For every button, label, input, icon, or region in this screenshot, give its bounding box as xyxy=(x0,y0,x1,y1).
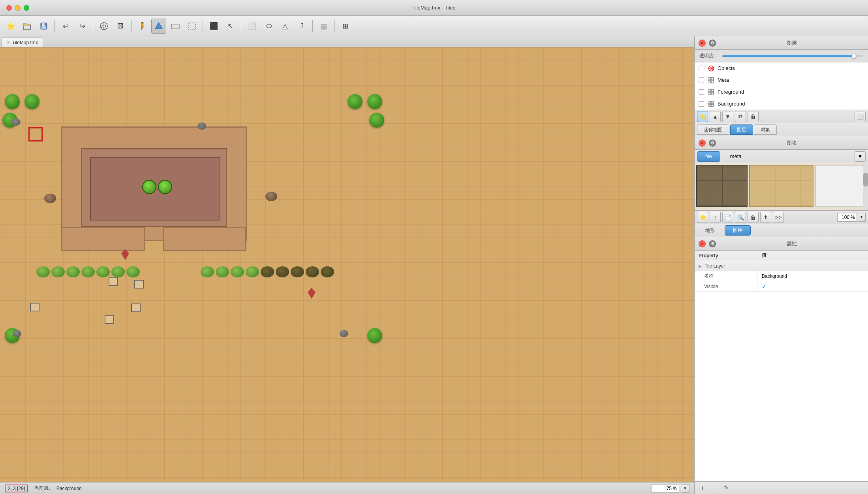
layer-icon-background xyxy=(707,100,714,107)
triangle-button[interactable]: △ xyxy=(278,19,293,34)
svg-rect-9 xyxy=(171,24,179,29)
minimize-button[interactable] xyxy=(15,5,21,11)
add-layer-btn[interactable]: ⭐ xyxy=(697,111,708,122)
tile-palette-scrollbar[interactable] xyxy=(863,163,868,210)
building-ext-left xyxy=(61,227,145,251)
tile-zoom-dropdown[interactable]: ▼ xyxy=(858,213,866,222)
props-val-name[interactable]: Background xyxy=(758,273,868,279)
layer-item-background[interactable]: Background xyxy=(695,98,868,110)
add-property-btn[interactable]: + xyxy=(698,483,707,493)
svg-rect-12 xyxy=(711,77,714,80)
coords-display: 2, 3 [29] xyxy=(5,485,28,492)
layer-checkbox-meta[interactable] xyxy=(699,77,704,83)
edit-property-btn[interactable]: ✎ xyxy=(721,483,731,493)
building-ext-right xyxy=(163,227,246,251)
props-group-row[interactable]: ▶ Tile Layer xyxy=(695,261,868,271)
sub-tab-minimap[interactable]: 迷你地图 xyxy=(697,124,729,135)
layer-item-objects[interactable]: 🎯 Objects xyxy=(695,62,868,74)
select-rect-button[interactable] xyxy=(184,19,199,34)
insert-button[interactable]: ▦ xyxy=(316,19,331,34)
tile-add-btn[interactable]: ⭐ xyxy=(697,212,708,223)
layer-checkbox-foreground[interactable] xyxy=(699,89,704,95)
opacity-slider[interactable] xyxy=(722,55,863,57)
save-button[interactable] xyxy=(36,19,51,34)
terrain-tab[interactable]: 地形 xyxy=(697,225,723,236)
tileset-button[interactable]: ⊞ xyxy=(338,19,353,34)
layer-checkbox-background[interactable] xyxy=(699,101,704,107)
layers-close-btn[interactable]: ✕ xyxy=(699,40,706,47)
layers-gear-btn[interactable]: ⚙ xyxy=(709,40,716,47)
open-button[interactable] xyxy=(20,19,35,34)
tile-search-btn[interactable]: 🔍 xyxy=(735,212,746,223)
tile-tab-tile[interactable]: tile xyxy=(697,151,720,162)
tile-zoom-input[interactable] xyxy=(837,213,857,222)
layer-properties-btn[interactable]: ⬜ xyxy=(855,111,866,122)
close-button[interactable] xyxy=(6,5,12,11)
new-button[interactable]: ⭐ xyxy=(3,19,18,34)
svg-text:↙: ↙ xyxy=(101,26,103,28)
tile-export2-btn[interactable]: ⬆ xyxy=(760,212,771,223)
move-layer-up-btn[interactable]: ▲ xyxy=(710,111,721,122)
move-layer-down-btn[interactable]: ▼ xyxy=(722,111,733,122)
props-val-visible[interactable]: ✓ xyxy=(758,283,868,290)
svg-rect-14 xyxy=(711,81,714,83)
svg-rect-22 xyxy=(711,104,714,107)
paint-button[interactable] xyxy=(151,19,166,34)
tiles-gear-btn[interactable]: ⚙ xyxy=(709,140,716,147)
tile-tab-dropdown[interactable]: ▼ xyxy=(855,151,866,162)
tiles-close-btn[interactable]: ✕ xyxy=(699,140,706,147)
svg-rect-15 xyxy=(708,89,710,92)
editor-pane: ✕ TileMap.tmx xyxy=(0,36,694,494)
duplicate-layer-btn[interactable]: ⧉ xyxy=(735,111,746,122)
opacity-row[interactable]: 透明度: xyxy=(695,50,868,62)
randomize-button[interactable]: ↙ xyxy=(96,19,111,34)
sub-tab-objects[interactable]: 对象 xyxy=(754,124,777,135)
opacity-thumb[interactable] xyxy=(851,54,856,58)
layer-checkbox-objects[interactable] xyxy=(699,66,704,71)
zoom-control[interactable]: ▼ xyxy=(652,484,690,493)
char-2 xyxy=(158,180,172,194)
select-tile-button[interactable]: ⬛ xyxy=(206,19,221,34)
layer-item-foreground[interactable]: Foreground xyxy=(695,86,868,98)
select-object-button[interactable]: ↖ xyxy=(223,19,238,34)
window-controls[interactable] xyxy=(6,5,29,11)
tiles-tab[interactable]: 图块 xyxy=(725,225,751,236)
tile-palette[interactable] xyxy=(695,163,868,211)
status-bar: 2, 3 [29] 当前层: Background ▼ xyxy=(0,482,694,494)
layer-name-foreground: Foreground xyxy=(718,89,744,95)
red-box-object[interactable] xyxy=(28,127,43,141)
zoom-dropdown-btn[interactable]: ▼ xyxy=(681,484,690,493)
sub-tab-layers[interactable]: 图层 xyxy=(730,124,753,135)
tile-more-btn[interactable]: >> xyxy=(773,212,784,223)
props-gear-btn[interactable]: ⚙ xyxy=(709,240,716,247)
tile-new-btn[interactable]: 📄 xyxy=(722,212,733,223)
redo-button[interactable]: ↪ xyxy=(75,19,90,34)
select-rect2-button[interactable]: ⬜ xyxy=(244,19,259,34)
map-canvas-area[interactable] xyxy=(0,47,694,482)
tile-tab-meta[interactable]: meta xyxy=(722,151,750,162)
layer-item-meta[interactable]: Meta xyxy=(695,74,868,86)
tile-palette-scrollbar-thumb[interactable] xyxy=(863,173,868,187)
tile-delete-btn[interactable]: 🗑 xyxy=(748,212,759,223)
tilemap-tab[interactable]: ✕ TileMap.tmx xyxy=(2,38,43,47)
path-button[interactable]: ⤴ xyxy=(294,19,309,34)
rock-br xyxy=(340,330,348,337)
props-close-btn[interactable]: ✕ xyxy=(699,240,706,247)
stamp-button[interactable]: 🧍 xyxy=(135,19,150,34)
props-group-label: Tile Layer xyxy=(705,263,725,269)
layer-icon-objects: 🎯 xyxy=(707,65,714,72)
remove-property-btn[interactable]: − xyxy=(710,483,719,493)
maximize-button[interactable] xyxy=(24,5,29,11)
zoom-input[interactable] xyxy=(652,484,679,493)
delete-layer-btn[interactable]: 🗑 xyxy=(748,111,759,122)
tile-export-btn[interactable]: ↑ xyxy=(710,212,721,223)
dice-button[interactable]: ⚄ xyxy=(113,19,128,34)
tab-close[interactable]: ✕ xyxy=(7,40,10,45)
main-toolbar: ⭐ ↩ ↪ ↙ ⚄ 🧍 ⬛ ↖ ⬜ ⬭ △ ⤴ ▦ ⊞ xyxy=(0,16,868,36)
props-key-name: 名称 xyxy=(695,273,758,279)
ellipse-button[interactable]: ⬭ xyxy=(261,19,276,34)
undo-button[interactable]: ↩ xyxy=(58,19,73,34)
layer-label: 当前层: xyxy=(34,485,50,492)
icon-obj-4 xyxy=(131,304,141,312)
eraser-button[interactable] xyxy=(168,19,183,34)
